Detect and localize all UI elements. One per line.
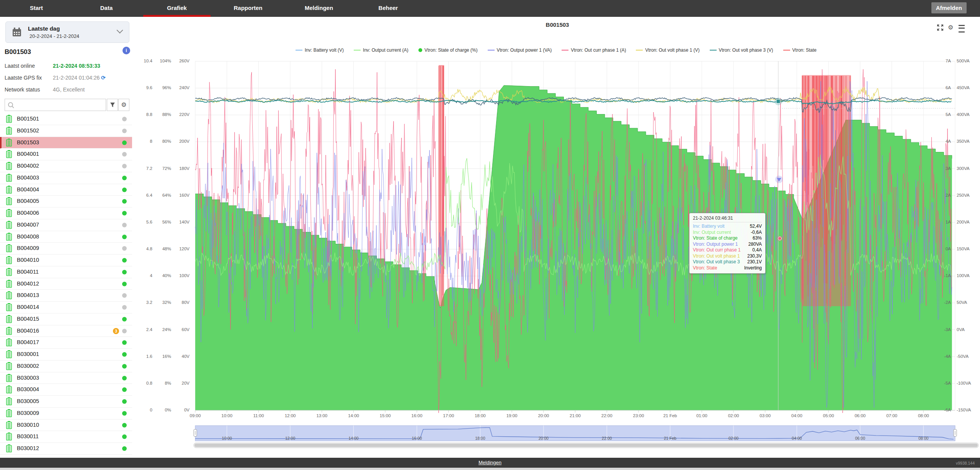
y-axis-amp-tick: 0A — [928, 246, 951, 251]
device-row-b004009[interactable]: B004009 — [0, 243, 132, 255]
battery-icon — [6, 127, 12, 136]
legend-item[interactable]: Vtron: State — [783, 47, 817, 53]
device-row-b030009[interactable]: B030009 — [0, 408, 132, 419]
device-row-b030012[interactable]: B030012 — [0, 443, 132, 455]
search-box[interactable] — [5, 99, 106, 111]
device-name: B030003 — [17, 375, 39, 381]
info-icon[interactable]: i — [122, 47, 130, 54]
device-row-b004014[interactable]: B004014 — [0, 302, 132, 313]
tooltip-timestamp: 21-2-2024 03:46:31 — [693, 215, 762, 222]
tooltip-row: Vtron: Output power 1280VA — [693, 242, 762, 248]
device-row-b030003[interactable]: B030003 — [0, 372, 132, 384]
y-axis-va-tick: -150VA — [957, 408, 980, 412]
device-row-b030005[interactable]: B030005 — [0, 396, 132, 408]
search-input[interactable] — [16, 100, 104, 110]
legend-item[interactable]: Vtron: Output power 1 (VA) — [488, 47, 552, 53]
device-row-b004003[interactable]: B004003 — [0, 172, 132, 184]
x-axis-tick: 16:00 — [412, 413, 423, 418]
device-row-b004015[interactable]: B004015 — [0, 313, 132, 325]
device-name: B004001 — [17, 151, 39, 157]
y-axis-amp-tick: 7A — [928, 59, 951, 63]
legend-dot-marker — [418, 48, 422, 52]
device-row-b001501[interactable]: B001501 — [0, 113, 132, 125]
x-axis-tick: 21 Feb — [663, 413, 677, 418]
device-row-b004012[interactable]: B004012 — [0, 278, 132, 290]
tooltip-series-label: Inv: Output current — [693, 230, 731, 236]
device-row-b004008[interactable]: B004008 — [0, 231, 132, 243]
device-name: B030011 — [17, 433, 39, 439]
legend-label: Vtron: Out volt phase 1 (V) — [645, 47, 699, 53]
x-axis-tick: 18:00 — [475, 413, 486, 418]
status-dot-offline — [122, 129, 127, 133]
legend-item[interactable]: Inv: Battery volt (V) — [296, 47, 344, 53]
expand-icon[interactable] — [937, 24, 944, 31]
device-row-b030004[interactable]: B030004 — [0, 384, 132, 396]
device-row-b004017[interactable]: B004017 — [0, 337, 132, 349]
x-axis-tick: 06:00 — [854, 413, 866, 418]
tooltip-row: Inv: Battery volt52,4V — [693, 224, 762, 230]
tooltip-series-label: Vtron: Out curr phase 1 — [693, 247, 741, 253]
legend-item[interactable]: Vtron: State of charge (%) — [418, 47, 478, 53]
device-row-b004006[interactable]: B004006 — [0, 207, 132, 219]
device-row-b004005[interactable]: B004005 — [0, 196, 132, 207]
device-row-b004013[interactable]: B004013 — [0, 290, 132, 302]
device-row-b004001[interactable]: B004001 — [0, 149, 132, 160]
nav-tab-rapporten[interactable]: Rapporten — [234, 0, 263, 17]
nav-tab-beheer[interactable]: Beheer — [379, 0, 398, 17]
list-settings-button[interactable]: ⚙ — [118, 99, 129, 111]
device-row-b004016[interactable]: B0040163 — [0, 325, 132, 337]
battery-icon — [6, 315, 12, 325]
nav-tab-data[interactable]: Data — [100, 0, 113, 17]
y-axis-amp-tick: -1A — [928, 273, 951, 278]
device-row-b001502[interactable]: B001502 — [0, 125, 132, 137]
device-row-b004011[interactable]: B004011 — [0, 266, 132, 278]
status-dot-online — [122, 199, 127, 204]
y-axis-amp-tick: -5A — [928, 381, 951, 385]
device-name: B030004 — [17, 386, 39, 392]
chart-menu-icon[interactable] — [959, 24, 965, 31]
legend-item[interactable]: Vtron: Out volt phase 1 (V) — [636, 47, 699, 53]
legend-line-marker — [710, 50, 717, 51]
nav-tab-grafiek[interactable]: Grafiek — [167, 0, 187, 17]
device-row-b001503[interactable]: B001503 — [0, 137, 132, 149]
tooltip-series-label: Vtron: State of charge — [693, 235, 738, 242]
legend-item[interactable]: Vtron: Out curr phase 1 (A) — [562, 47, 626, 53]
device-row-b004007[interactable]: B004007 — [0, 219, 132, 231]
x-axis-tick: 05:00 — [823, 413, 834, 418]
device-row-b030001[interactable]: B030001 — [0, 349, 132, 361]
device-row-b030010[interactable]: B030010 — [0, 419, 132, 431]
chart-settings-icon[interactable]: ⚙ — [948, 24, 955, 31]
status-dot-online — [122, 434, 127, 439]
date-range-picker[interactable]: Laatste dag 20-2-2024 - 21-2-2024 — [5, 21, 129, 43]
nav-tab-meldingen[interactable]: Meldingen — [305, 0, 333, 17]
nav-tab-start[interactable]: Start — [30, 0, 43, 17]
x-axis-tick: 07:00 — [886, 413, 897, 418]
legend-item[interactable]: Vtron: Out volt phase 3 (V) — [710, 47, 773, 53]
battery-icon — [6, 268, 12, 277]
device-row-b004010[interactable]: B004010 — [0, 255, 132, 266]
legend-item[interactable]: Inv: Output current (A) — [354, 47, 408, 53]
device-row-b030002[interactable]: B030002 — [0, 361, 132, 372]
filter-button[interactable] — [107, 99, 118, 111]
y-axis-amp-tick: -3A — [928, 327, 951, 332]
date-preset-label: Laatste dag — [28, 25, 60, 32]
legend-line-marker — [636, 50, 643, 51]
footer-meldingen-link[interactable]: Meldingen — [479, 460, 501, 465]
device-row-b004002[interactable]: B004002 — [0, 160, 132, 172]
status-dot-online — [122, 188, 127, 192]
version-label: v9938.144 — [956, 461, 975, 465]
y-axis-volt-tick: 0V — [167, 408, 189, 412]
y-axis-volt-tick: 100V — [167, 273, 189, 278]
y-axis-va-tick: 250VA — [957, 193, 980, 197]
network-status-value: 4G, Excellent — [53, 86, 85, 93]
refresh-icon[interactable]: ⟳ — [101, 75, 106, 81]
status-dot-online — [122, 140, 127, 145]
logout-button[interactable]: Afmelden — [931, 2, 967, 13]
x-axis-tick: 13:00 — [316, 413, 327, 418]
x-axis-tick: 20:00 — [538, 413, 549, 418]
battery-icon — [6, 280, 12, 289]
device-row-b004004[interactable]: B004004 — [0, 184, 132, 196]
device-row-b030011[interactable]: B030011 — [0, 431, 132, 443]
navigator-tick: 21 Feb — [664, 436, 676, 441]
x-axis-tick: 09:00 — [190, 413, 201, 418]
